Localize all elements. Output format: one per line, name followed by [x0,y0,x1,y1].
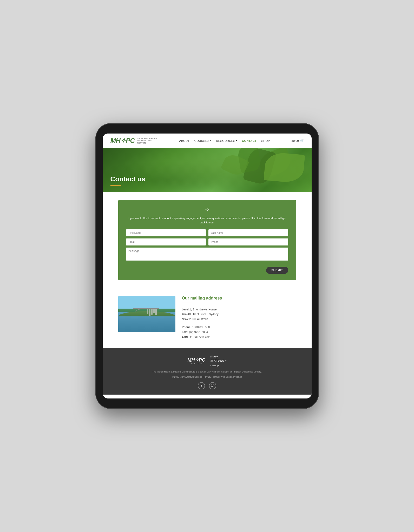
footer-links: © 2023 Mary Andrews College | Privacy | … [108,376,306,378]
form-plant-icon: ✧ [126,207,288,213]
footer-mhpc-logo: MH✧PC INSTITUTE [188,357,205,364]
abn-value: 11 069 533 482 [190,336,209,339]
phone-value: 1300 896 530 [192,325,210,329]
header: MH✧PC THE MENTAL HEALTH + PASTORAL CARE … [103,134,312,148]
address-details: Phone: 1300 896 530 Fax: (02) 9261 2864 … [182,325,296,340]
submit-row: SUBMIT [126,267,288,274]
form-row-contact [126,238,288,245]
phone-label: Phone: [182,325,192,329]
cart-area[interactable]: $0.00 🛒 [292,139,304,142]
tablet-frame: MH✧PC THE MENTAL HEALTH + PASTORAL CARE … [95,123,319,409]
phone-line: Phone: 1300 896 530 [182,325,296,330]
fax-label: Fax: [182,330,188,334]
form-description: If you would like to contact us about a … [126,216,288,225]
nav-resources[interactable]: RESOURCES ▾ [216,139,237,142]
abn-label: ABN: [182,336,189,339]
address-content: Our mailing address Level 1, St Andrew's… [182,296,296,340]
nav-courses[interactable]: COURSES ▾ [194,139,211,142]
nav-contact[interactable]: CONTACT [242,139,257,142]
logo-icon: MH✧PC [110,137,135,145]
address-underline [182,303,192,303]
contact-form-box: ✧ If you would like to contact us about … [118,200,296,280]
nav-about[interactable]: ABOUT [179,139,189,142]
form-row-name [126,229,288,236]
hero-content: Contact us [110,175,145,186]
address-section: Our mailing address Level 1, St Andrew's… [103,296,312,348]
footer-mary-andrews-logo: mary andrews ≈ college [211,354,227,367]
main-nav: ABOUT COURSES ▾ RESOURCES ▾ CONTACT SHOP [179,139,270,142]
form-row-message [126,248,288,264]
contact-section: ✧ If you would like to contact us about … [103,192,312,296]
fax-line: Fax: (02) 9261 2864 [182,330,296,335]
resources-chevron: ▾ [236,139,237,142]
sydney-harbour-image [118,296,175,332]
city-buildings [147,309,157,316]
footer-mary-text: mary andrews ≈ [211,354,227,362]
fax-value: (02) 9261 2864 [188,330,208,334]
last-name-input[interactable] [208,229,288,236]
abn-line: ABN: 11 069 533 482 [182,335,296,340]
footer-social: f ⓓ [108,382,306,389]
address-title: Our mailing address [182,296,296,301]
footer: MH✧PC INSTITUTE mary andrews ≈ college T… [103,348,312,395]
submit-button[interactable]: SUBMIT [266,267,288,274]
footer-college-label: college [211,365,220,367]
address-line3: NSW 2000, Australia [182,317,296,322]
courses-chevron: ▾ [210,139,212,142]
facebook-icon[interactable]: f [198,382,205,389]
address-line1: Level 1, St Andrew's House [182,307,296,312]
hero-section: Contact us [103,148,312,192]
cart-icon: 🛒 [300,139,304,142]
cart-amount: $0.00 [292,139,299,142]
nav-shop[interactable]: SHOP [261,139,270,142]
address-lines: Level 1, St Andrew's House 464-480 Kent … [182,307,296,322]
instagram-icon[interactable]: ⓓ [209,382,216,389]
message-textarea[interactable] [126,248,288,261]
footer-description: The Mental Health & Pastoral Care Instit… [108,370,306,374]
footer-logos: MH✧PC INSTITUTE mary andrews ≈ college [108,354,306,367]
phone-input[interactable] [208,238,288,245]
email-input[interactable] [126,238,206,245]
tablet-screen: MH✧PC THE MENTAL HEALTH + PASTORAL CARE … [103,134,312,398]
logo-subtitle: THE MENTAL HEALTH + PASTORAL CARE INSTIT… [137,137,157,144]
hero-title: Contact us [110,175,145,183]
logo-area: MH✧PC THE MENTAL HEALTH + PASTORAL CARE … [110,137,158,145]
first-name-input[interactable] [126,229,206,236]
address-line2: 464-480 Kent Street, Sydney [182,312,296,317]
footer-institute-label: INSTITUTE [188,363,205,364]
hero-underline [110,185,121,186]
